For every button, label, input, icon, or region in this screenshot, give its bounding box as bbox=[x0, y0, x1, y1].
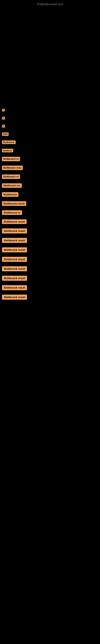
bottleneck-item-7: Bottleneck re bbox=[0, 156, 100, 162]
bottleneck-item-16: Bottleneck result bbox=[0, 237, 100, 244]
bottleneck-label-19: Bottleneck result bbox=[2, 266, 27, 271]
bottleneck-label-13: Bottleneck re bbox=[2, 210, 22, 215]
bottleneck-label-9: Bottleneck re bbox=[2, 174, 20, 179]
bottleneck-item-4: Bottl bbox=[0, 131, 100, 137]
bottleneck-label-5: Bottleneck bbox=[2, 140, 16, 144]
bottleneck-item-14: Bottleneck result bbox=[0, 218, 100, 225]
bottleneck-items-container: BBBBottlBottleneckBottleneBottleneck reB… bbox=[0, 107, 100, 303]
bottleneck-item-8: Bottleneck resu bbox=[0, 164, 100, 171]
bottleneck-item-3: B bbox=[0, 123, 100, 129]
bottleneck-label-8: Bottleneck resu bbox=[2, 166, 23, 170]
bottleneck-item-2: B bbox=[0, 115, 100, 121]
bottleneck-item-10: Bottleneck res bbox=[0, 182, 100, 189]
bottleneck-label-15: Bottleneck result bbox=[2, 228, 27, 234]
bottleneck-label-11: Bottleneck bbox=[2, 192, 18, 197]
bottleneck-label-21: Bottleneck result bbox=[2, 285, 27, 290]
bottleneck-item-19: Bottleneck result bbox=[0, 265, 100, 272]
bottleneck-label-4: Bottl bbox=[2, 132, 9, 136]
bottleneck-item-5: Bottleneck bbox=[0, 139, 100, 145]
bottleneck-label-3: B bbox=[2, 125, 5, 128]
bottleneck-item-21: Bottleneck result bbox=[0, 284, 100, 292]
site-title: TheBottlenecker.com bbox=[0, 1, 100, 8]
bottleneck-label-22: Bottleneck result bbox=[2, 295, 27, 300]
bottleneck-label-16: Bottleneck result bbox=[2, 238, 27, 243]
bottleneck-item-18: Bottleneck result bbox=[0, 256, 100, 263]
bottleneck-item-6: Bottlene bbox=[0, 147, 100, 154]
bottleneck-item-17: Bottleneck result bbox=[0, 246, 100, 254]
bottleneck-label-18: Bottleneck result bbox=[2, 257, 27, 262]
bottleneck-item-22: Bottleneck result bbox=[0, 294, 100, 301]
bottleneck-label-20: Bottleneck result bbox=[2, 276, 27, 281]
bottleneck-label-1: B bbox=[2, 109, 5, 112]
bottleneck-label-7: Bottleneck re bbox=[2, 157, 20, 161]
bottleneck-item-13: Bottleneck re bbox=[0, 209, 100, 216]
bottleneck-item-12: Bottleneck result bbox=[0, 200, 100, 207]
bottleneck-item-20: Bottleneck result bbox=[0, 274, 100, 282]
bottleneck-label-6: Bottlene bbox=[2, 149, 13, 152]
bottleneck-item-11: Bottleneck bbox=[0, 191, 100, 198]
bottleneck-label-14: Bottleneck result bbox=[2, 219, 27, 224]
bottleneck-label-12: Bottleneck result bbox=[2, 201, 26, 206]
bottleneck-item-1: B bbox=[0, 107, 100, 113]
bottleneck-label-2: B bbox=[2, 117, 5, 120]
bottleneck-item-15: Bottleneck result bbox=[0, 227, 100, 235]
bottleneck-item-9: Bottleneck re bbox=[0, 173, 100, 180]
bottleneck-label-10: Bottleneck res bbox=[2, 183, 22, 188]
bottleneck-label-17: Bottleneck result bbox=[2, 247, 27, 252]
